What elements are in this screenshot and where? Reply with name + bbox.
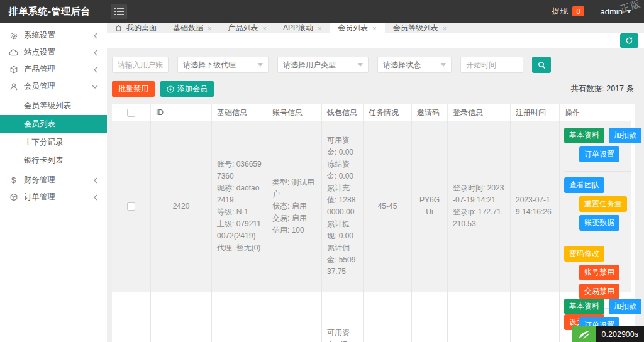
sidebar-toggle-button[interactable] [111, 4, 127, 19]
tab-label: 会员等级列表 [393, 23, 438, 33]
reset-task-button[interactable]: 重置任务量 [579, 196, 627, 212]
close-icon[interactable]: × [262, 25, 266, 32]
col-header-account-info: 账号信息 [267, 104, 322, 121]
add-deduct-funds-button[interactable]: 加扣款 [609, 299, 641, 314]
user-menu[interactable]: admin [601, 7, 631, 16]
sidebar-item-order-management[interactable]: 订单管理 [0, 189, 107, 206]
sidebar-item-finance-management[interactable]: $ 财务管理 [0, 172, 107, 189]
basic-info-button[interactable]: 基本资料 [564, 299, 604, 314]
total-count: 共有数据: 2017 条 [570, 84, 639, 94]
view-team-button[interactable]: 查看团队 [564, 177, 604, 193]
col-header-id: ID [151, 104, 212, 121]
withdraw-menu-item[interactable]: 提现 0 [552, 6, 584, 17]
close-icon[interactable]: × [318, 25, 321, 32]
chevron-down-icon [358, 63, 363, 67]
agent-select[interactable]: 请选择下级代理 [177, 57, 269, 73]
batch-disable-button[interactable]: 批量禁用 [112, 81, 155, 97]
base-info-cell: 账号: 0366597360 昵称: daotao2419 等级: N-1 上级… [212, 121, 267, 292]
change-password-button[interactable]: 密码修改 [564, 246, 604, 262]
sidebar-item-product-management[interactable]: 产品管理 [0, 61, 107, 78]
table-row: 2420 账号: 0366597360 昵称: daotao2419 等级: N… [112, 121, 631, 292]
tab-member-level-list[interactable]: 会员等级列表 × [385, 23, 455, 33]
filter-bar: 请选择下级代理 请选择用户类型 请选择状态 [112, 57, 639, 73]
user-type-select[interactable]: 请选择用户类型 [277, 57, 369, 73]
add-member-button[interactable]: 添加会员 [160, 81, 214, 97]
trace-toggle-button[interactable] [572, 326, 596, 342]
col-header-register-time: 注册时间 [511, 104, 560, 121]
chevron-left-icon [93, 50, 98, 56]
dollar-icon: $ [9, 175, 18, 185]
search-icon [538, 61, 546, 69]
disable-account-button[interactable]: 账号禁用 [579, 265, 619, 280]
refresh-button[interactable] [620, 33, 638, 48]
col-header-login-info: 登录信息 [448, 104, 511, 121]
sidebar-item-label: 订单管理 [24, 192, 55, 202]
withdraw-count-badge: 0 [572, 6, 584, 16]
cube-icon [9, 192, 18, 202]
sidebar-item-label: 财务管理 [24, 175, 55, 185]
status-select[interactable]: 请选择状态 [377, 57, 452, 73]
user-type-select-value: 请选择用户类型 [283, 60, 336, 70]
tab-my-desktop[interactable]: 我的桌面 [107, 23, 165, 33]
id-cell [151, 292, 212, 342]
add-member-label: 添加会员 [177, 84, 208, 94]
sidebar-item-site-settings[interactable]: 站点设置 [0, 44, 107, 61]
tab-app-scroll[interactable]: APP滚动 × [275, 23, 330, 33]
sidebar-item-member-list[interactable]: 会员列表 [0, 115, 107, 133]
status-select-value: 请选择状态 [383, 60, 421, 70]
add-deduct-funds-button[interactable]: 加扣款 [609, 128, 641, 143]
search-button[interactable] [532, 57, 551, 73]
login-info-cell [448, 292, 511, 342]
sidebar: 系统设置 站点设置 产品管理 [0, 23, 107, 342]
balance-changes-button[interactable]: 账变数据 [579, 215, 619, 231]
basic-info-button[interactable]: 基本资料 [564, 128, 604, 143]
user-icon [9, 82, 18, 91]
select-all-checkbox[interactable] [127, 109, 135, 117]
tab-label: 我的桌面 [126, 23, 157, 33]
cloud-icon [9, 48, 18, 57]
table-row: 可用资金: 45 基本资料 加扣款 订单设置 [112, 292, 631, 342]
id-cell: 2420 [151, 121, 212, 292]
close-icon[interactable]: × [208, 25, 211, 32]
tab-member-list[interactable]: 会员列表 × [330, 23, 384, 33]
sidebar-item-system-settings[interactable]: 系统设置 [0, 27, 107, 44]
hamburger-icon [114, 8, 124, 15]
caret-down-icon [626, 10, 631, 13]
tab-label: APP滚动 [283, 23, 313, 33]
sidebar-item-score-records[interactable]: 上下分记录 [0, 133, 107, 152]
account-info-cell [267, 292, 322, 342]
list-actions-bar: 批量禁用 添加会员 共有数据: 2017 条 [112, 81, 639, 97]
app-title: 排单系统-管理后台 [0, 6, 107, 18]
register-time-cell [511, 292, 560, 342]
cube-icon [9, 65, 18, 74]
tab-basic-data[interactable]: 基础数据 × [165, 23, 219, 33]
action-group-team: 查看团队 重置任务量 账变数据 [564, 171, 631, 237]
chevron-left-icon [93, 33, 98, 39]
refresh-icon [625, 36, 633, 45]
start-time-input[interactable] [460, 57, 523, 73]
chevron-down-icon [258, 63, 263, 67]
sidebar-item-member-level-list[interactable]: 会员等级列表 [0, 97, 107, 115]
col-header-base-info: 基础信息 [212, 104, 267, 121]
close-icon[interactable]: × [372, 25, 376, 32]
tab-product-list[interactable]: 产品列表 × [219, 23, 274, 33]
tab-toolbar [107, 33, 644, 48]
row-checkbox[interactable] [127, 202, 135, 211]
plus-circle-icon [167, 86, 174, 93]
row-select-cell [112, 121, 151, 292]
order-settings-button[interactable]: 订单设置 [579, 146, 619, 162]
chevron-down-icon [92, 84, 98, 89]
page-render-time: 0.202900s [596, 326, 644, 342]
tab-label: 产品列表 [228, 23, 258, 33]
withdraw-label: 提现 [552, 6, 568, 17]
register-time-cell: 2023-07-19 14:16:26 [511, 121, 560, 292]
wallet-info-cell: 可用资金: 0.00 冻结资金: 0.00 累计充值: 12880000.00 … [322, 121, 364, 292]
close-icon[interactable]: × [443, 25, 447, 32]
sidebar-item-member-management[interactable]: 会员管理 [0, 78, 107, 95]
col-header-wallet-info: 钱包信息 [322, 104, 364, 121]
login-info-cell: 登录时间: 2023-07-19 14:21 登录ip: 172.71.210.… [448, 121, 511, 292]
gear-icon [9, 31, 18, 40]
sidebar-item-bank-card-list[interactable]: 银行卡列表 [0, 152, 107, 170]
account-search-input[interactable] [112, 57, 169, 73]
member-table: ID 基础信息 账号信息 钱包信息 任务情况 邀请码 登录信息 注册时间 操作 … [112, 104, 635, 342]
